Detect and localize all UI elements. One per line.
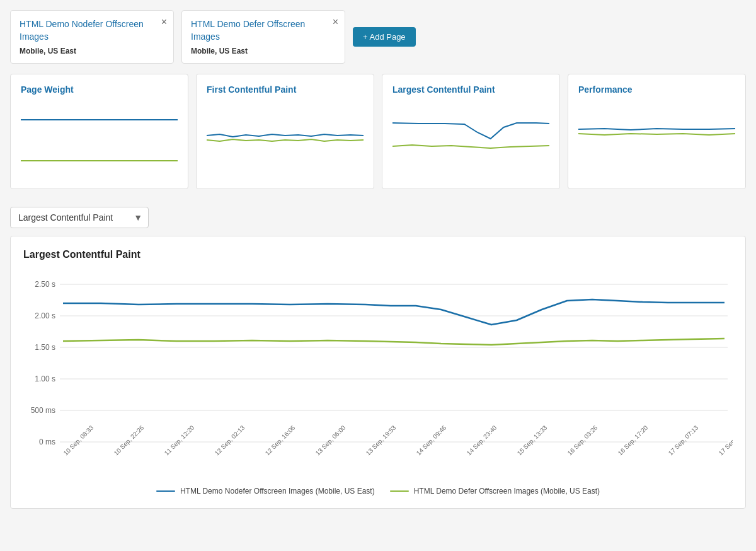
svg-text:15 Sep, 13:33: 15 Sep, 13:33 (516, 424, 549, 456)
legend-line-defer (390, 490, 409, 492)
tabs-section: HTML Demo Nodefer Offscreen Images × Mob… (0, 0, 756, 74)
metric-chart-fcp (207, 101, 364, 177)
metric-title-page-weight: Page Weight (21, 84, 178, 95)
metric-chart-lcp (392, 101, 549, 177)
metrics-grid: Page Weight First Contentful Paint Large… (0, 74, 756, 199)
main-chart-title: Largest Contentful Paint (23, 249, 733, 260)
tab-subtitle-0: Mobile, US East (20, 47, 164, 55)
svg-text:12 Sep, 02:13: 12 Sep, 02:13 (214, 424, 246, 456)
svg-text:10 Sep, 22:26: 10 Sep, 22:26 (113, 424, 146, 456)
tab-close-1[interactable]: × (333, 17, 338, 27)
metric-card-fcp[interactable]: First Contentful Paint (196, 74, 374, 189)
svg-text:2.50 s: 2.50 s (35, 280, 55, 289)
metric-card-lcp[interactable]: Largest Contentful Paint (382, 74, 560, 189)
svg-text:16 Sep, 03:26: 16 Sep, 03:26 (566, 424, 599, 456)
page-tab-0[interactable]: HTML Demo Nodefer Offscreen Images × Mob… (10, 10, 174, 64)
metric-dropdown-wrapper: Page Weight First Contentful Paint Large… (10, 207, 149, 228)
svg-text:16 Sep, 17:20: 16 Sep, 17:20 (617, 424, 650, 456)
main-chart-container: 2.50 s 2.00 s 1.50 s 1.00 s 500 ms 0 ms (23, 273, 733, 496)
metric-chart-performance (578, 101, 735, 177)
svg-text:0 ms: 0 ms (39, 438, 55, 446)
svg-text:1.50 s: 1.50 s (35, 343, 55, 352)
svg-text:12 Sep, 16:06: 12 Sep, 16:06 (264, 424, 297, 456)
metric-title-performance: Performance (578, 84, 735, 95)
svg-text:14 Sep, 23:40: 14 Sep, 23:40 (466, 424, 498, 456)
add-page-button[interactable]: + Add Page (353, 27, 416, 47)
svg-text:17 Sep, 07:13: 17 Sep, 07:13 (667, 424, 700, 456)
svg-text:14 Sep, 09:46: 14 Sep, 09:46 (415, 424, 448, 456)
metric-dropdown[interactable]: Page Weight First Contentful Paint Large… (10, 207, 149, 228)
main-chart-section: Largest Contentful Paint 2.50 s 2.00 s 1… (10, 236, 746, 509)
page-tab-1[interactable]: HTML Demo Defer Offscreen Images × Mobil… (181, 10, 345, 64)
svg-text:1.00 s: 1.00 s (35, 374, 55, 383)
legend-item-defer: HTML Demo Defer Offscreen Images (Mobile… (390, 487, 600, 496)
legend-label-nodefer: HTML Demo Nodefer Offscreen Images (Mobi… (180, 487, 375, 496)
svg-text:2.00 s: 2.00 s (35, 311, 55, 320)
svg-text:13 Sep, 19:53: 13 Sep, 19:53 (365, 424, 398, 456)
svg-text:17 Sep, 21:06: 17 Sep, 21:06 (718, 424, 733, 456)
metric-title-lcp: Largest Contentful Paint (392, 84, 549, 95)
legend-line-nodefer (156, 490, 175, 492)
legend-item-nodefer: HTML Demo Nodefer Offscreen Images (Mobi… (156, 487, 375, 496)
tab-close-0[interactable]: × (161, 17, 167, 27)
metric-title-fcp: First Contentful Paint (207, 84, 364, 95)
metric-card-page-weight[interactable]: Page Weight (10, 74, 188, 189)
svg-text:10 Sep, 08:33: 10 Sep, 08:33 (62, 424, 95, 456)
tab-title-0: HTML Demo Nodefer Offscreen Images (20, 19, 144, 42)
legend-label-defer: HTML Demo Defer Offscreen Images (Mobile… (414, 487, 600, 496)
svg-text:13 Sep, 06:00: 13 Sep, 06:00 (314, 424, 347, 456)
tab-subtitle-1: Mobile, US East (191, 47, 336, 55)
dropdown-section: Page Weight First Contentful Paint Large… (0, 199, 756, 236)
metric-chart-page-weight (21, 101, 178, 177)
svg-text:500 ms: 500 ms (31, 406, 55, 415)
tab-title-1: HTML Demo Defer Offscreen Images (191, 19, 305, 42)
svg-text:11 Sep, 12:20: 11 Sep, 12:20 (163, 424, 196, 456)
chart-legend: HTML Demo Nodefer Offscreen Images (Mobi… (23, 487, 733, 496)
metric-card-performance[interactable]: Performance (568, 74, 746, 189)
main-chart-svg: 2.50 s 2.00 s 1.50 s 1.00 s 500 ms 0 ms (23, 273, 733, 475)
